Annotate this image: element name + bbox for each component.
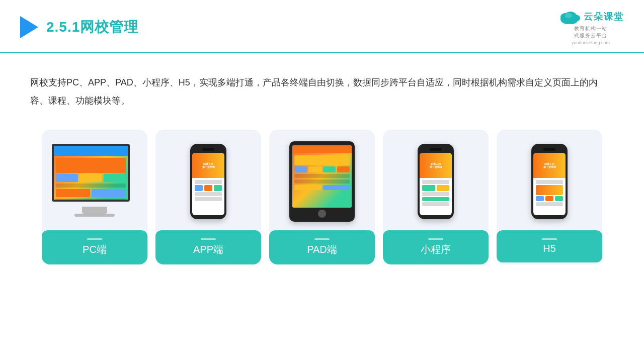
app-label-text: APP端 — [193, 243, 223, 256]
phone-device-h5: 职通人的第一堂网课 — [531, 144, 568, 219]
h5-label-text: H5 — [543, 243, 556, 254]
label-line — [428, 238, 443, 240]
card-mini[interactable]: 职通人的第一堂网课 — [383, 130, 489, 264]
svg-point-4 — [571, 15, 580, 22]
phone-device-mini: 职通人的第一堂网课 — [418, 144, 454, 219]
card-pad-image — [269, 130, 375, 230]
logo-area: 云朵课堂 教育机构一站 式服务云平台 yunduoketang.com — [557, 9, 624, 45]
phone-notch — [202, 148, 214, 151]
header: 2.5.1网校管理 云朵课堂 教育机构一站 式服务云平台 yunduoketan… — [0, 0, 644, 53]
card-h5-image: 职通人的第一堂网课 — [497, 130, 602, 230]
pc-screen-content — [54, 146, 128, 200]
mini-label-text: 小程序 — [421, 243, 451, 256]
phone-screen-mini: 职通人的第一堂网课 — [420, 153, 452, 215]
cloud-icon — [557, 9, 582, 24]
phone-notch — [430, 148, 442, 151]
phone-notch — [543, 148, 555, 151]
card-pad-label: PAD端 — [269, 230, 375, 264]
logo-url: yunduoketang.com — [572, 40, 610, 45]
label-line — [314, 238, 330, 240]
label-line — [201, 238, 216, 240]
logo-brand-text: 云朵课堂 — [584, 11, 624, 23]
play-icon — [20, 16, 38, 38]
card-app[interactable]: 职通人的第一堂网课 — [155, 130, 261, 264]
card-pc[interactable]: PC端 — [42, 130, 147, 264]
card-mini-image: 职通人的第一堂网课 — [383, 130, 489, 230]
logo-cloud: 云朵课堂 — [557, 9, 624, 24]
card-app-label: APP端 — [155, 230, 261, 264]
pad-label-text: PAD端 — [307, 243, 337, 256]
cards-container: PC端 职通人的第一堂网课 — [0, 120, 644, 280]
logo-sub-text: 教育机构一站 式服务云平台 — [574, 25, 607, 39]
label-line — [542, 238, 557, 240]
tablet-device — [289, 141, 355, 222]
svg-point-5 — [565, 13, 572, 18]
card-h5[interactable]: 职通人的第一堂网课 — [497, 130, 602, 264]
card-pad[interactable]: PAD端 — [269, 130, 375, 264]
header-left: 2.5.1网校管理 — [20, 16, 138, 38]
tablet-screen — [292, 145, 352, 208]
card-app-image: 职通人的第一堂网课 — [155, 130, 261, 230]
phone-screen-app: 职通人的第一堂网课 — [192, 153, 224, 215]
page-title: 2.5.1网校管理 — [46, 18, 138, 37]
title-main: 网校管理 — [80, 19, 138, 35]
phone-device-app: 职通人的第一堂网课 — [190, 144, 226, 219]
card-h5-label: H5 — [497, 230, 602, 262]
phone-screen-h5: 职通人的第一堂网课 — [533, 153, 566, 215]
card-pc-label: PC端 — [42, 230, 147, 264]
description-text: 网校支持PC、APP、PAD、小程序、H5，实现多端打通，产品各终端自由切换，数… — [0, 53, 644, 120]
monitor-screen — [52, 144, 130, 202]
pc-label-text: PC端 — [83, 243, 107, 256]
monitor-device — [52, 144, 137, 219]
card-mini-label: 小程序 — [383, 230, 489, 264]
card-pc-image — [42, 130, 147, 230]
title-prefix: 2.5.1 — [46, 19, 80, 35]
tablet-home-button — [318, 210, 326, 218]
label-line — [87, 238, 102, 240]
